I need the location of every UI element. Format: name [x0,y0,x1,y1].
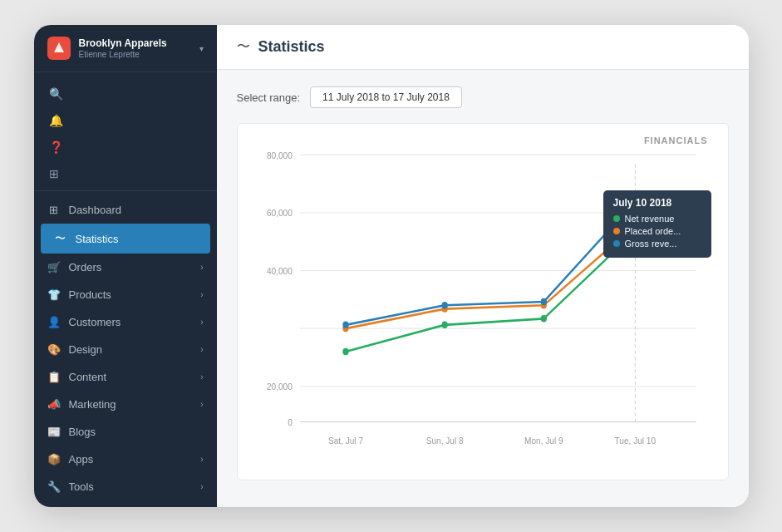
main-content: Select range: 11 July 2018 to 17 July 20… [217,70,749,507]
svg-text:Tue, Jul 10: Tue, Jul 10 [614,436,655,446]
placed-orders-dot [613,228,620,234]
gross-revenue-label: Gross reve... [625,239,677,249]
grid-icon: ⊞ [49,167,59,180]
placed-orders-label: Placed orde... [625,226,681,236]
net-revenue-label: Net revenue [625,214,675,224]
content-arrow: › [200,372,203,382]
tooltip-row-placed: Placed orde... [613,226,701,236]
svg-text:Mon, Jul 9: Mon, Jul 9 [524,436,563,446]
chart-section-label: FINANCIALS [644,135,708,145]
design-arrow: › [200,345,203,354]
date-range-row: Select range: 11 July 2018 to 17 July 20… [237,86,729,108]
sidebar-item-tools[interactable]: 🔧 Tools › [34,473,217,500]
date-range-input[interactable]: 11 July 2018 to 17 July 2018 [310,86,462,108]
svg-point-16 [441,322,447,329]
sidebar-icon-row: 🔍 🔔 ❓ ⊞ [34,72,217,191]
orders-icon: 🛒 [47,261,61,273]
brand-name: Brooklyn Apparels [79,37,191,51]
svg-text:0: 0 [288,416,293,427]
marketing-arrow: › [200,400,203,409]
apps-arrow: › [200,455,203,464]
marketing-icon: 📣 [47,398,61,411]
statistics-icon: 〜 [54,231,67,246]
page-title: Statistics [258,38,325,56]
sidebar-icon-search[interactable]: 🔍 [34,81,217,107]
sidebar-label-design: Design [69,343,193,356]
svg-point-23 [342,322,348,329]
sidebar-label-statistics: Statistics [76,233,197,245]
sidebar-icon-grid[interactable]: ⊞ [34,160,217,187]
sidebar-label-tools: Tools [69,480,193,493]
net-revenue-dot [613,215,620,222]
sidebar-item-design[interactable]: 🎨 Design › [34,336,217,363]
sidebar: Brooklyn Apparels Etienne Leprette ▾ 🔍 🔔… [34,25,217,507]
tooltip-row-net: Net revenue [613,214,701,224]
design-icon: 🎨 [47,343,61,356]
sidebar-icon-bell[interactable]: 🔔 [34,107,217,134]
chart-tooltip: July 10 2018 Net revenue Placed orde... … [603,190,711,258]
sidebar-label-dashboard: Dashboard [69,204,204,216]
svg-text:60,000: 60,000 [267,208,293,219]
sidebar-item-orders[interactable]: 🛒 Orders › [34,254,217,281]
sidebar-nav: ⊞ Dashboard 〜 Statistics 🛒 Orders › 👕 Pr… [34,191,217,507]
main-area: 〜 Statistics Select range: 11 July 2018 … [217,25,749,507]
sidebar-item-content[interactable]: 📋 Content › [34,363,217,391]
date-range-label: Select range: [237,91,301,104]
sidebar-item-settings[interactable]: ⚙ Settings [34,500,217,507]
header-statistics-icon: 〜 [237,38,250,56]
sidebar-item-blogs[interactable]: 📰 Blogs [34,418,217,446]
tools-arrow: › [200,482,203,491]
products-arrow: › [200,290,203,299]
sidebar-item-customers[interactable]: 👤 Customers › [34,308,217,336]
svg-point-25 [540,298,546,306]
orders-arrow: › [200,263,203,272]
sidebar-label-apps: Apps [69,453,193,466]
sidebar-label-content: Content [69,371,193,383]
sidebar-header[interactable]: Brooklyn Apparels Etienne Leprette ▾ [34,25,217,72]
gross-revenue-dot [613,240,620,247]
sidebar-label-blogs: Blogs [69,426,204,438]
financials-chart: 80,000 60,000 40,000 20,000 0 Sat, Jul 7… [254,137,711,466]
chart-container: FINANCIALS 80,000 60,000 40,000 20,000 0 [237,123,729,480]
main-header: 〜 Statistics [217,25,749,70]
sidebar-icon-help[interactable]: ❓ [34,134,217,160]
brand-arrow[interactable]: ▾ [199,44,204,53]
svg-point-15 [342,348,348,356]
tooltip-row-gross: Gross reve... [613,239,701,249]
svg-text:40,000: 40,000 [267,265,293,276]
help-icon: ❓ [49,140,63,154]
customers-arrow: › [200,318,203,327]
tools-icon: 🔧 [47,480,61,493]
sidebar-item-statistics[interactable]: 〜 Statistics [41,224,210,254]
dashboard-icon: ⊞ [47,204,61,216]
svg-point-24 [441,302,447,309]
brand-sub: Etienne Leprette [79,50,191,59]
sidebar-item-dashboard[interactable]: ⊞ Dashboard [34,196,217,224]
content-icon: 📋 [47,371,61,383]
svg-text:Sun, Jul 8: Sun, Jul 8 [425,436,463,446]
sidebar-label-orders: Orders [69,261,193,273]
customers-icon: 👤 [47,316,61,328]
sidebar-item-apps[interactable]: 📦 Apps › [34,446,217,473]
search-icon: 🔍 [49,87,63,101]
app-logo [47,37,71,60]
blogs-icon: 📰 [47,426,61,438]
svg-text:Sat, Jul 7: Sat, Jul 7 [327,436,362,446]
svg-text:20,000: 20,000 [267,381,293,392]
sidebar-label-customers: Customers [69,316,193,328]
svg-point-17 [540,315,546,323]
bell-icon: 🔔 [49,114,63,127]
apps-icon: 📦 [47,453,61,466]
sidebar-label-marketing: Marketing [69,398,193,411]
sidebar-item-products[interactable]: 👕 Products › [34,281,217,308]
svg-text:80,000: 80,000 [267,150,293,160]
sidebar-label-products: Products [69,288,193,301]
products-icon: 👕 [47,288,61,301]
sidebar-item-marketing[interactable]: 📣 Marketing › [34,391,217,418]
tooltip-date: July 10 2018 [613,197,701,209]
brand-info: Brooklyn Apparels Etienne Leprette [79,37,191,60]
tablet-frame: Brooklyn Apparels Etienne Leprette ▾ 🔍 🔔… [34,25,749,507]
